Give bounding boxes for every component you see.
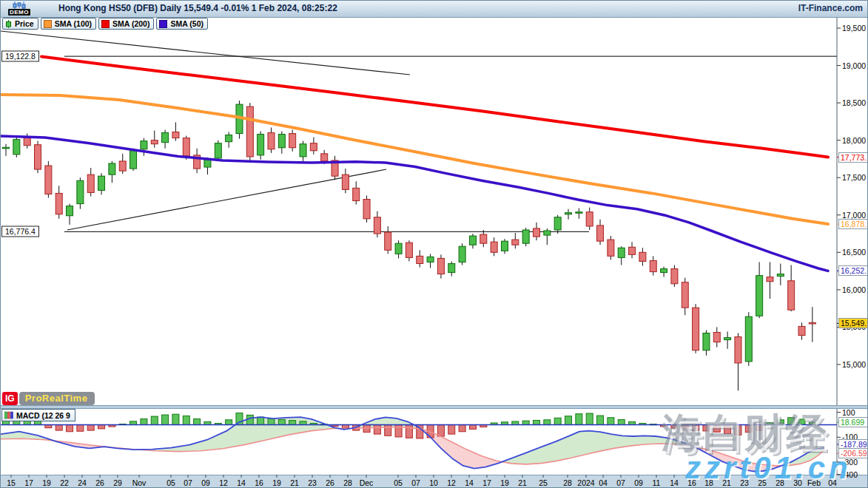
- title-bar: DEMO Hong Kong HS50 (DFB) Daily 15,549.4…: [1, 1, 868, 18]
- watermark-url: zzrt01.cn: [685, 450, 852, 486]
- legend-chip-sma100[interactable]: SMA (100): [41, 18, 96, 30]
- legend-chip-sma50[interactable]: SMA (50): [156, 18, 208, 30]
- demo-label: DEMO: [8, 9, 30, 16]
- price-level-label[interactable]: 16,776.4: [1, 226, 39, 237]
- chart-title: Hong Kong HS50 (DFB) Daily 15,549.4 -0.0…: [58, 3, 337, 13]
- macd-icon: [4, 411, 13, 419]
- legend: Price SMA (100) SMA (200) SMA (50): [2, 18, 208, 30]
- legend-label: SMA (200): [112, 19, 149, 28]
- prorealtime-wordmark: ProRealTime: [19, 392, 95, 405]
- ig-logo: IG: [2, 392, 18, 405]
- sma100-swatch-icon: [44, 20, 52, 28]
- sma200-swatch-icon: [101, 20, 110, 28]
- brand-link[interactable]: IT-Finance.com: [798, 3, 863, 13]
- price-candle-icon: [5, 20, 12, 28]
- legend-chip-price[interactable]: Price: [2, 18, 38, 30]
- demo-badge: DEMO: [8, 1, 30, 16]
- sma50-swatch-icon: [159, 20, 167, 28]
- chart-window: DEMO Hong Kong HS50 (DFB) Daily 15,549.4…: [0, 0, 868, 488]
- candles-icon: [12, 1, 27, 9]
- legend-label: SMA (100): [55, 19, 92, 28]
- macd-indicator-chip[interactable]: MACD (12 26 9: [1, 409, 75, 421]
- macd-label: MACD (12 26 9: [16, 411, 70, 420]
- prorealtime-logo: IG ProRealTime: [2, 392, 95, 405]
- price-level-label[interactable]: 19,122.8: [1, 51, 39, 62]
- legend-label: Price: [15, 19, 34, 28]
- legend-label: SMA (50): [170, 19, 203, 28]
- legend-chip-sma200[interactable]: SMA (200): [98, 18, 154, 30]
